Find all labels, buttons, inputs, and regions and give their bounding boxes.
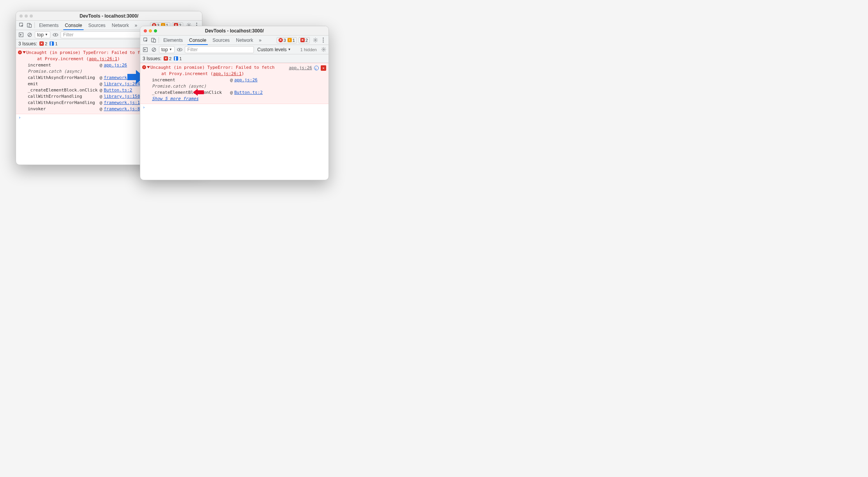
message-badge[interactable]: ✕2 [298,37,310,43]
tab-elements[interactable]: Elements [160,36,186,45]
tab-console[interactable]: Console [62,21,85,30]
tab-label: Sources [88,23,105,28]
tab-label: Network [236,38,253,43]
filter-placeholder: Filter [188,47,198,52]
svg-point-23 [179,49,180,50]
issue-info-count: 1 [55,41,57,46]
tab-sources[interactable]: Sources [85,21,109,30]
main-tabs: Elements Console Sources Network » ✕3 !1… [140,36,329,45]
error-warning-badge[interactable]: ✕3 !1 [277,37,297,43]
issue-info-icon: ▌ [50,41,54,46]
console-toolbar: top ▼ Filter Custom levels ▼ 1 hidden [140,45,329,54]
prompt-caret-icon: › [143,104,145,111]
message-count: 2 [305,38,308,43]
live-expression-icon[interactable] [52,31,59,38]
error-circle-icon: ✕ [142,65,146,69]
stack-frame-link[interactable]: library.js:1580 [104,93,143,100]
issue-error-count: 2 [169,56,171,61]
stack-frame-fn: callWithErrorHandling [28,93,100,100]
message-icon: ✕ [300,38,305,42]
settings-icon[interactable] [311,36,319,45]
stack-frame-link[interactable]: app.js:26 [104,62,127,68]
error-at-prefix: at Proxy.increment ( [161,71,213,76]
show-more-frames-link[interactable]: Show 5 more frames [140,96,329,102]
issue-error-icon: ✕ [164,56,168,61]
stack-frame-fn: emit [28,81,100,87]
console-output: app.js:26 ✕ ✕ Uncaught (in promise) Type… [140,63,329,111]
error-circle-icon: ✕ [18,50,22,54]
svg-point-16 [323,38,324,39]
context-label: top [161,47,168,52]
titlebar: DevTools - localhost:3000/ [140,26,329,36]
console-prompt[interactable]: › [140,104,329,111]
tab-label: Elements [163,38,183,43]
more-tabs-icon[interactable]: » [256,36,264,45]
stack-frame-link[interactable]: app.js:26 [234,77,258,83]
error-source-link[interactable]: app.js:26:1 [213,71,241,76]
stack-frame-fn: _createElementBlock.onClick [152,90,230,96]
toggle-sidebar-icon[interactable] [18,31,25,38]
hidden-count: 1 hidden [299,47,318,52]
context-label: top [37,32,44,38]
traffic-min-icon[interactable] [25,14,28,18]
inspect-icon[interactable] [142,36,150,45]
tab-label: Elements [39,23,59,28]
svg-point-15 [314,39,316,41]
tab-console[interactable]: Console [186,36,209,45]
traffic-min-icon[interactable] [149,29,152,32]
svg-point-4 [196,23,197,24]
traffic-lights [140,29,157,32]
svg-rect-14 [153,39,155,42]
stack-frame-link[interactable]: Button.ts:2 [234,90,263,96]
expand-triangle-icon[interactable] [23,51,26,54]
svg-point-24 [323,49,324,50]
more-tabs-icon[interactable]: » [132,21,140,30]
context-selector[interactable]: top ▼ [159,46,175,53]
traffic-close-icon[interactable] [20,14,23,18]
stack-frame-fn: callWithAsyncErrorHandling [28,75,100,81]
traffic-max-icon[interactable] [30,14,33,18]
svg-line-21 [153,48,155,51]
tab-elements[interactable]: Elements [36,21,62,30]
error-icon: ✕ [279,38,283,42]
window-title: DevTools - localhost:3000/ [16,13,202,19]
warning-icon: ! [288,38,292,42]
traffic-max-icon[interactable] [154,29,157,32]
tab-label: Network [112,23,129,28]
device-toggle-icon[interactable] [150,36,157,45]
settings-icon[interactable] [320,46,327,53]
issue-info-count: 1 [179,56,182,61]
stack-frame-fn: _createElementBlock.onClick [28,87,100,93]
chevron-down-icon: ▼ [45,33,48,36]
tab-sources[interactable]: Sources [209,36,233,45]
stack-frame-link[interactable]: Button.ts:2 [104,87,132,93]
tab-network[interactable]: Network [233,36,256,45]
traffic-close-icon[interactable] [144,29,147,32]
error-at-suffix: ) [117,56,120,61]
filter-input[interactable]: Filter [185,46,254,53]
issue-info-icon: ▌ [174,56,178,61]
tab-network[interactable]: Network [109,21,132,30]
devtools-window-right: DevTools - localhost:3000/ Elements Cons… [140,26,329,180]
toggle-sidebar-icon[interactable] [142,46,149,53]
log-levels-selector[interactable]: Custom levels ▼ [255,46,293,53]
error-source-link[interactable]: app.js:26:1 [89,56,117,61]
error-message-block[interactable]: app.js:26 ✕ ✕ Uncaught (in promise) Type… [140,63,329,104]
clear-console-icon[interactable] [26,31,33,38]
kebab-menu-icon[interactable] [319,36,327,45]
levels-label: Custom levels [257,47,287,52]
issue-error-icon: ✕ [39,41,44,46]
context-selector[interactable]: top ▼ [35,31,50,38]
issue-error-count: 2 [45,41,47,46]
red-arrow-icon [193,89,204,96]
device-toggle-icon[interactable] [25,21,33,30]
issues-bar[interactable]: 3 Issues: ✕2 ▌1 [140,54,329,63]
live-expression-icon[interactable] [176,46,183,53]
prompt-caret-icon: › [18,115,21,121]
inspect-icon[interactable] [18,21,25,30]
tab-label: Console [189,38,206,43]
expand-triangle-icon[interactable] [147,66,150,68]
svg-line-9 [29,34,31,36]
chevron-down-icon: ▼ [169,48,172,51]
clear-console-icon[interactable] [150,46,157,53]
